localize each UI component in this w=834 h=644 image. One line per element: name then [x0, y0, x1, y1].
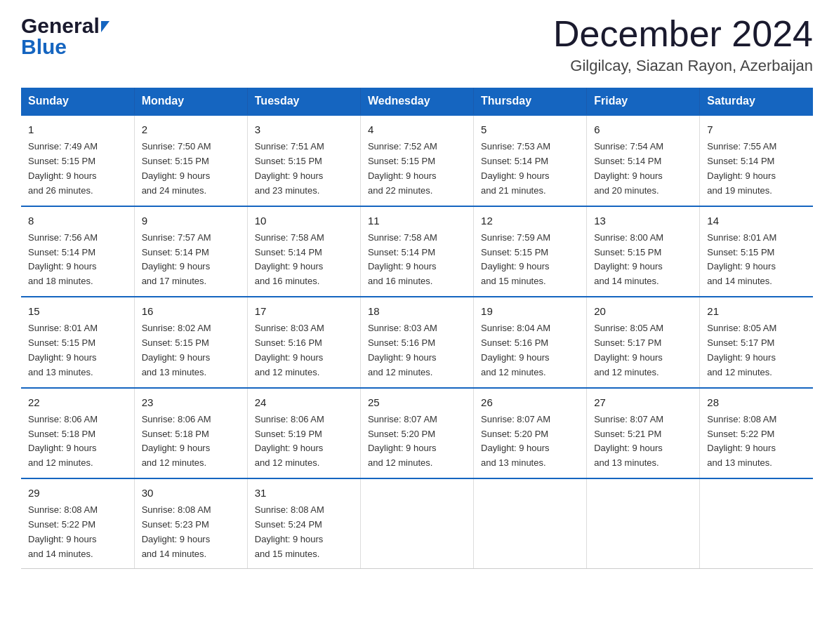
day-number: 13 — [594, 213, 692, 229]
page-header: General Blue December 2024 Gilgilcay, Si… — [21, 14, 813, 75]
calendar-cell: 6Sunrise: 7:54 AM Sunset: 5:14 PM Daylig… — [587, 115, 700, 206]
day-number: 1 — [28, 121, 127, 137]
day-number: 17 — [255, 303, 353, 319]
day-info: Sunrise: 7:49 AM Sunset: 5:15 PM Dayligh… — [28, 140, 127, 198]
calendar-header-row: SundayMondayTuesdayWednesdayThursdayFrid… — [21, 88, 813, 115]
day-number: 23 — [142, 394, 240, 410]
calendar-cell: 11Sunrise: 7:58 AM Sunset: 5:14 PM Dayli… — [360, 206, 473, 297]
calendar-cell: 22Sunrise: 8:06 AM Sunset: 5:18 PM Dayli… — [21, 388, 134, 478]
day-info: Sunrise: 7:58 AM Sunset: 5:14 PM Dayligh… — [368, 231, 466, 289]
day-info: Sunrise: 8:01 AM Sunset: 5:15 PM Dayligh… — [28, 321, 127, 380]
day-number: 20 — [594, 303, 692, 319]
calendar-cell: 21Sunrise: 8:05 AM Sunset: 5:17 PM Dayli… — [700, 297, 813, 387]
page-subtitle: Gilgilcay, Siazan Rayon, Azerbaijan — [553, 57, 813, 75]
day-number: 11 — [368, 213, 466, 229]
calendar-week-row: 29Sunrise: 8:08 AM Sunset: 5:22 PM Dayli… — [21, 478, 813, 569]
calendar-cell: 25Sunrise: 8:07 AM Sunset: 5:20 PM Dayli… — [360, 388, 473, 478]
page-title: December 2024 — [553, 14, 813, 54]
calendar-cell: 18Sunrise: 8:03 AM Sunset: 5:16 PM Dayli… — [360, 297, 473, 387]
day-number: 25 — [368, 394, 466, 410]
day-info: Sunrise: 7:55 AM Sunset: 5:14 PM Dayligh… — [707, 140, 806, 198]
day-number: 5 — [481, 121, 579, 137]
calendar-cell: 28Sunrise: 8:08 AM Sunset: 5:22 PM Dayli… — [700, 388, 813, 478]
day-info: Sunrise: 7:59 AM Sunset: 5:15 PM Dayligh… — [481, 231, 579, 289]
calendar-header-saturday: Saturday — [700, 88, 813, 115]
calendar-week-row: 15Sunrise: 8:01 AM Sunset: 5:15 PM Dayli… — [21, 297, 813, 387]
calendar-header-tuesday: Tuesday — [247, 88, 360, 115]
day-info: Sunrise: 7:51 AM Sunset: 5:15 PM Dayligh… — [255, 140, 353, 198]
day-number: 26 — [481, 394, 579, 410]
day-info: Sunrise: 8:08 AM Sunset: 5:22 PM Dayligh… — [707, 412, 806, 471]
day-number: 29 — [28, 485, 127, 501]
day-info: Sunrise: 8:03 AM Sunset: 5:16 PM Dayligh… — [368, 321, 466, 380]
day-info: Sunrise: 8:08 AM Sunset: 5:23 PM Dayligh… — [142, 503, 240, 561]
logo-general-text: General — [21, 14, 100, 38]
day-info: Sunrise: 8:07 AM Sunset: 5:20 PM Dayligh… — [481, 412, 579, 471]
calendar-cell: 3Sunrise: 7:51 AM Sunset: 5:15 PM Daylig… — [247, 115, 360, 206]
day-info: Sunrise: 7:52 AM Sunset: 5:15 PM Dayligh… — [368, 140, 466, 198]
day-info: Sunrise: 7:58 AM Sunset: 5:14 PM Dayligh… — [255, 231, 353, 289]
calendar-header-monday: Monday — [134, 88, 247, 115]
logo: General Blue — [21, 14, 110, 59]
day-number: 18 — [368, 303, 466, 319]
calendar-cell: 24Sunrise: 8:06 AM Sunset: 5:19 PM Dayli… — [247, 388, 360, 478]
calendar-cell: 23Sunrise: 8:06 AM Sunset: 5:18 PM Dayli… — [134, 388, 247, 478]
calendar-cell: 12Sunrise: 7:59 AM Sunset: 5:15 PM Dayli… — [474, 206, 587, 297]
day-number: 15 — [28, 303, 127, 319]
calendar-cell: 27Sunrise: 8:07 AM Sunset: 5:21 PM Dayli… — [587, 388, 700, 478]
day-number: 8 — [28, 213, 127, 229]
day-info: Sunrise: 8:08 AM Sunset: 5:22 PM Dayligh… — [28, 503, 127, 561]
day-number: 2 — [142, 121, 240, 137]
logo-arrow-icon — [101, 21, 110, 32]
day-number: 19 — [481, 303, 579, 319]
calendar-cell: 26Sunrise: 8:07 AM Sunset: 5:20 PM Dayli… — [474, 388, 587, 478]
calendar-cell: 20Sunrise: 8:05 AM Sunset: 5:17 PM Dayli… — [587, 297, 700, 387]
day-info: Sunrise: 7:57 AM Sunset: 5:14 PM Dayligh… — [142, 231, 240, 289]
calendar-header-thursday: Thursday — [474, 88, 587, 115]
calendar-cell: 2Sunrise: 7:50 AM Sunset: 5:15 PM Daylig… — [134, 115, 247, 206]
calendar-header-sunday: Sunday — [21, 88, 134, 115]
day-info: Sunrise: 8:00 AM Sunset: 5:15 PM Dayligh… — [594, 231, 692, 289]
day-info: Sunrise: 8:05 AM Sunset: 5:17 PM Dayligh… — [594, 321, 692, 380]
calendar-cell: 4Sunrise: 7:52 AM Sunset: 5:15 PM Daylig… — [360, 115, 473, 206]
calendar-cell: 1Sunrise: 7:49 AM Sunset: 5:15 PM Daylig… — [21, 115, 134, 206]
calendar-cell — [587, 478, 700, 569]
day-info: Sunrise: 7:53 AM Sunset: 5:14 PM Dayligh… — [481, 140, 579, 198]
day-number: 14 — [707, 213, 806, 229]
calendar-cell: 15Sunrise: 8:01 AM Sunset: 5:15 PM Dayli… — [21, 297, 134, 387]
day-number: 22 — [28, 394, 127, 410]
day-number: 27 — [594, 394, 692, 410]
day-number: 10 — [255, 213, 353, 229]
day-number: 30 — [142, 485, 240, 501]
calendar-cell: 17Sunrise: 8:03 AM Sunset: 5:16 PM Dayli… — [247, 297, 360, 387]
day-info: Sunrise: 7:50 AM Sunset: 5:15 PM Dayligh… — [142, 140, 240, 198]
day-number: 9 — [142, 213, 240, 229]
day-number: 12 — [481, 213, 579, 229]
day-info: Sunrise: 8:04 AM Sunset: 5:16 PM Dayligh… — [481, 321, 579, 380]
calendar-week-row: 22Sunrise: 8:06 AM Sunset: 5:18 PM Dayli… — [21, 388, 813, 478]
day-info: Sunrise: 7:56 AM Sunset: 5:14 PM Dayligh… — [28, 231, 127, 289]
day-number: 31 — [255, 485, 353, 501]
calendar-week-row: 1Sunrise: 7:49 AM Sunset: 5:15 PM Daylig… — [21, 115, 813, 206]
day-info: Sunrise: 8:07 AM Sunset: 5:21 PM Dayligh… — [594, 412, 692, 471]
calendar-cell: 5Sunrise: 7:53 AM Sunset: 5:14 PM Daylig… — [474, 115, 587, 206]
calendar-cell — [700, 478, 813, 569]
calendar-week-row: 8Sunrise: 7:56 AM Sunset: 5:14 PM Daylig… — [21, 206, 813, 297]
calendar-cell: 9Sunrise: 7:57 AM Sunset: 5:14 PM Daylig… — [134, 206, 247, 297]
day-info: Sunrise: 8:07 AM Sunset: 5:20 PM Dayligh… — [368, 412, 466, 471]
calendar-header-wednesday: Wednesday — [360, 88, 473, 115]
day-number: 6 — [594, 121, 692, 137]
day-info: Sunrise: 8:08 AM Sunset: 5:24 PM Dayligh… — [255, 503, 353, 561]
calendar-cell: 7Sunrise: 7:55 AM Sunset: 5:14 PM Daylig… — [700, 115, 813, 206]
day-info: Sunrise: 8:02 AM Sunset: 5:15 PM Dayligh… — [142, 321, 240, 380]
day-number: 4 — [368, 121, 466, 137]
calendar-cell: 8Sunrise: 7:56 AM Sunset: 5:14 PM Daylig… — [21, 206, 134, 297]
calendar-cell: 10Sunrise: 7:58 AM Sunset: 5:14 PM Dayli… — [247, 206, 360, 297]
calendar-header-friday: Friday — [587, 88, 700, 115]
calendar-cell: 30Sunrise: 8:08 AM Sunset: 5:23 PM Dayli… — [134, 478, 247, 569]
day-info: Sunrise: 8:06 AM Sunset: 5:18 PM Dayligh… — [142, 412, 240, 471]
calendar-table: SundayMondayTuesdayWednesdayThursdayFrid… — [21, 88, 813, 569]
calendar-cell: 31Sunrise: 8:08 AM Sunset: 5:24 PM Dayli… — [247, 478, 360, 569]
calendar-cell: 19Sunrise: 8:04 AM Sunset: 5:16 PM Dayli… — [474, 297, 587, 387]
title-block: December 2024 Gilgilcay, Siazan Rayon, A… — [553, 14, 813, 75]
